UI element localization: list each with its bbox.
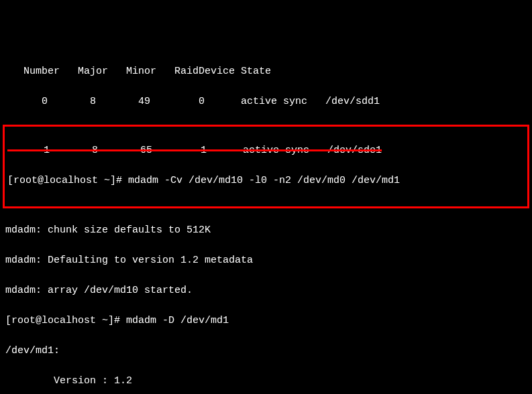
output-line: mdadm: array /dev/md10 started. <box>5 283 527 299</box>
command-line[interactable]: [root@localhost ~]# mdadm -Cv /dev/md10 … <box>7 174 525 189</box>
detail-version: Version : 1.2 <box>5 374 527 389</box>
output-line: mdadm: Defaulting to version 1.2 metadat… <box>5 253 527 269</box>
command-line[interactable]: [root@localhost ~]# mdadm -D /dev/md1 <box>5 314 527 329</box>
command-text: mdadm -Cv /dev/md10 -l0 -n2 /dev/md0 /de… <box>128 175 400 186</box>
shell-prompt: [root@localhost ~]# <box>5 315 126 326</box>
table-header: Number Major Minor RaidDevice State <box>5 64 527 80</box>
table-row: 1 8 65 1 active sync /dev/sde1 <box>7 143 525 159</box>
table-row: 0 8 49 0 active sync /dev/sdd1 <box>5 94 527 110</box>
shell-prompt: [root@localhost ~]# <box>7 175 128 186</box>
device-header: /dev/md1: <box>5 344 527 359</box>
output-line: mdadm: chunk size defaults to 512K <box>5 223 527 239</box>
command-text: mdadm -D /dev/md1 <box>126 315 229 326</box>
highlighted-command-box: 1 8 65 1 active sync /dev/sde1 [root@loc… <box>3 125 529 208</box>
